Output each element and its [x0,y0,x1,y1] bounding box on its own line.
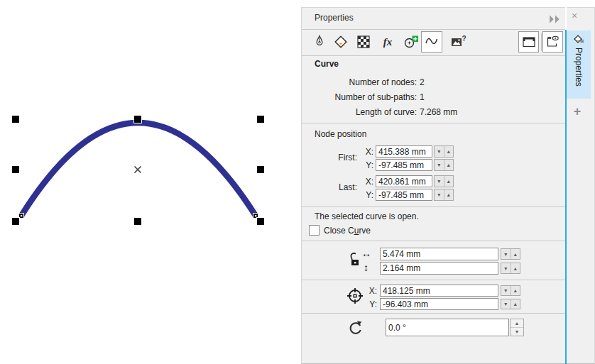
object-width-input[interactable] [380,248,498,260]
selection-handle-bottom-right[interactable] [257,218,265,226]
spin-down-icon[interactable]: ▾ [435,189,444,200]
subpaths-count-value: 1 [420,92,425,103]
divider [302,241,565,241]
first-x-input[interactable] [376,145,432,158]
selection-handle-bottom-center[interactable] [134,218,142,226]
spin-down-icon[interactable]: ▾ [501,263,511,273]
center-y-input[interactable] [380,298,498,310]
first-y-label: Y: [358,160,373,170]
spin-down-icon[interactable]: ▾ [511,328,523,336]
spin-up-icon[interactable]: ▴ [511,286,520,295]
last-y-input[interactable] [376,189,432,201]
collapse-docker-icon[interactable] [549,15,562,23]
close-docker-icon[interactable]: × [569,10,580,21]
fx-icon: fx [383,36,393,48]
selection-handle-top-right[interactable] [257,116,265,123]
close-curve-checkbox[interactable] [309,225,320,236]
divider [302,123,565,123]
selection-handle-top-center[interactable] [134,116,142,123]
spin-down-icon[interactable]: ▾ [501,249,511,259]
first-x-label: X: [358,147,373,157]
last-y-spinner[interactable]: ▾▴ [434,189,454,201]
spin-up-icon[interactable]: ▴ [444,146,454,157]
spin-up-icon[interactable]: ▴ [511,249,520,259]
tab-summary[interactable]: ? [448,31,469,53]
first-y-spinner[interactable]: ▾▴ [434,159,454,171]
curve-length-value: 7.268 mm [420,107,457,118]
object-center-marker [135,167,141,173]
spin-up-icon[interactable]: ▴ [511,263,520,273]
drawing-canvas[interactable] [0,0,301,364]
spin-up-icon[interactable]: ▴ [444,160,454,170]
curve-wave-icon [425,35,439,49]
tab-fill[interactable] [330,31,351,53]
first-y-input[interactable] [376,159,432,171]
curve-section-title: Curve [315,59,339,69]
spin-up-icon[interactable]: ▴ [444,189,454,200]
last-node-label: Last: [333,182,357,192]
first-x-spinner[interactable]: ▾▴ [434,145,454,158]
properties-tab-icon [573,33,584,45]
spin-up-icon[interactable]: ▴ [444,176,454,187]
nodes-count-label: Number of nodes: [302,77,417,88]
divider [302,313,565,314]
node-position-title: Node position [315,129,366,139]
curve-length-label: Length of curve: [302,107,417,118]
center-x-label: X: [364,286,377,296]
spin-up-icon[interactable]: ▴ [511,319,523,328]
nodes-count-row: Number of nodes: 2 [302,77,515,88]
spin-down-icon[interactable]: ▾ [435,176,444,187]
curve-open-status: The selected curve is open. [315,211,419,221]
curve-length-row: Length of curve: 7.268 mm [302,107,515,118]
tab-properties[interactable]: Properties [567,31,591,99]
add-symbol-icon [403,35,419,49]
spin-down-icon[interactable]: ▾ [435,160,444,170]
spin-down-icon[interactable]: ▾ [501,299,511,309]
divider [302,55,565,56]
divider [302,29,565,30]
docker-tab-strip: × Properties + [567,7,595,364]
divider [302,280,565,280]
last-x-spinner[interactable]: ▾▴ [434,175,454,187]
tab-curve[interactable] [421,31,442,53]
tab-effects[interactable]: fx [377,31,398,53]
tab-add-symbol[interactable] [400,31,422,53]
rotation-angle-input[interactable] [386,319,509,336]
selection-handle-mid-left[interactable] [12,166,20,174]
last-x-label: X: [358,177,373,187]
tab-outline[interactable] [309,31,330,53]
docker-title: Properties [315,13,354,23]
selection-handle-mid-right[interactable] [257,166,265,174]
spin-down-icon[interactable]: ▾ [501,286,511,295]
spin-down-icon[interactable]: ▾ [435,146,444,157]
subpaths-count-row: Number of sub-paths: 1 [302,92,515,103]
wrap-text-button[interactable] [518,31,539,53]
divider [302,206,565,207]
center-y-spinner[interactable]: ▾▴ [501,299,520,309]
height-spinner[interactable]: ▾▴ [501,263,520,274]
properties-docker: Properties [301,7,565,364]
preview-button[interactable] [542,31,563,53]
selection-handle-top-left[interactable] [12,116,20,123]
center-x-spinner[interactable]: ▾▴ [501,285,520,296]
center-x-input[interactable] [380,285,498,297]
pen-nib-icon [312,35,327,49]
rotation-icon [347,320,363,336]
add-docker-icon[interactable]: + [570,104,584,118]
properties-tab-label: Properties [574,48,584,87]
tab-transparency[interactable] [353,31,374,53]
rotation-spinner[interactable]: ▴▾ [510,319,524,336]
unlock-ratio-icon[interactable] [349,250,361,270]
selection-handle-bottom-left[interactable] [12,218,20,226]
fill-icon [334,35,348,49]
svg-text:?: ? [462,35,466,43]
subpaths-count-label: Number of sub-paths: [302,92,417,103]
object-height-input[interactable] [380,262,498,275]
close-curve-label: Close Curve [324,226,371,236]
last-y-label: Y: [358,190,373,200]
spin-up-icon[interactable]: ▴ [511,299,520,309]
height-arrow-icon: ↕ [364,262,369,273]
image-question-icon: ? [451,35,466,49]
width-spinner[interactable]: ▾▴ [501,248,520,260]
last-x-input[interactable] [376,175,432,187]
